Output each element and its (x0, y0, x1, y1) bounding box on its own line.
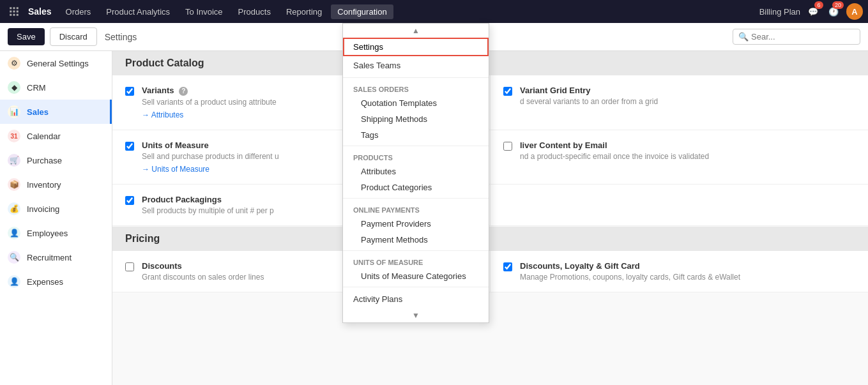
expenses-icon: 👤 (8, 275, 20, 288)
svg-rect-6 (10, 14, 11, 16)
nav-orders[interactable]: Orders (59, 4, 98, 19)
scroll-up-arrow[interactable]: ▲ (343, 24, 489, 38)
apps-icon[interactable] (5, 3, 23, 20)
sidebar-label-recruitment: Recruitment (27, 253, 72, 262)
sidebar-item-employees[interactable]: 👤 Employees (0, 221, 112, 245)
dropdown-divider-4 (343, 250, 489, 251)
uom-checkbox[interactable] (125, 142, 134, 151)
sidebar: ⚙ General Settings ◆ CRM 📊 Sales 31 Cale… (0, 51, 112, 385)
sidebar-item-invoicing[interactable]: 💰 Invoicing (0, 197, 112, 221)
variant-grid-checkbox[interactable] (503, 87, 512, 96)
dropdown-sales-teams[interactable]: Sales Teams (343, 56, 489, 75)
variant-grid-title: Variant Grid Entry (520, 86, 658, 95)
dropdown-settings[interactable]: Settings (343, 38, 489, 56)
svg-rect-2 (17, 7, 19, 9)
sidebar-item-recruitment[interactable]: 🔍 Recruitment (0, 245, 112, 269)
sidebar-item-expenses[interactable]: 👤 Expenses (0, 269, 112, 294)
loyalty-title: Discounts, Loyalty & Gift Card (520, 261, 740, 271)
svg-rect-5 (17, 11, 19, 13)
sidebar-label-crm: CRM (27, 83, 46, 93)
sidebar-label-expenses: Expenses (27, 277, 63, 287)
loyalty-checkbox[interactable] (503, 262, 512, 271)
discounts-checkbox[interactable] (125, 262, 134, 271)
attributes-link[interactable]: → Attributes (142, 110, 277, 119)
setting-variant-grid: Variant Grid Entry d several variants to… (503, 86, 855, 106)
scroll-down-arrow[interactable]: ▼ (343, 308, 489, 322)
nav-product-analytics[interactable]: Product Analytics (100, 4, 176, 19)
calendar-icon: 31 (8, 130, 20, 142)
sidebar-item-inventory[interactable]: 📦 Inventory (0, 172, 112, 197)
packaging-checkbox[interactable] (125, 196, 134, 205)
dropdown-section-online-payments: Online Payments (343, 201, 489, 216)
email-content-desc: nd a product-specific email once the inv… (520, 152, 709, 161)
settings-row-uom: Units of Measure Sell and purchase produ… (112, 130, 868, 185)
settings-row-packaging: Product Packagings Sell products by mult… (112, 185, 868, 226)
chat-badge: 6 (814, 1, 823, 9)
clock-badge: 20 (832, 1, 844, 9)
sidebar-item-sales[interactable]: 📊 Sales (0, 100, 112, 124)
variants-checkbox[interactable] (125, 87, 134, 96)
dropdown-payment-providers[interactable]: Payment Providers (343, 216, 489, 232)
dropdown-uom-categories[interactable]: Units of Measure Categories (343, 268, 489, 284)
setting-loyalty: Discounts, Loyalty & Gift Card Manage Pr… (503, 261, 855, 282)
loyalty-desc: Manage Promotions, coupons, loyalty card… (520, 273, 740, 282)
dropdown-divider-5 (343, 287, 489, 287)
settings-cell-email-content: liver Content by Email nd a product-spec… (491, 130, 868, 184)
settings-row-variants: Variants ? Sell variants of a product us… (112, 75, 868, 130)
search-icon: 🔍 (738, 32, 749, 42)
search-bar[interactable]: 🔍 (733, 29, 860, 45)
dropdown-divider-1 (343, 77, 489, 78)
dropdown-tags[interactable]: Tags (343, 127, 489, 143)
sidebar-item-purchase[interactable]: 🛒 Purchase (0, 148, 112, 172)
sidebar-item-general-settings[interactable]: ⚙ General Settings (0, 51, 112, 75)
save-button[interactable]: Save (8, 28, 45, 45)
uom-link[interactable]: → Units of Measure (142, 165, 279, 174)
email-content-checkbox[interactable] (503, 142, 512, 151)
config-dropdown: ▲ Settings Sales Teams Sales Orders Quot… (342, 23, 489, 323)
dropdown-attributes[interactable]: Attributes (343, 163, 489, 179)
dropdown-payment-methods[interactable]: Payment Methods (343, 232, 489, 248)
dropdown-section-products: Products (343, 149, 489, 163)
sidebar-label-invoicing: Invoicing (27, 204, 59, 214)
purchase-icon: 🛒 (8, 154, 20, 167)
packaging-desc: Sell products by multiple of unit # per … (142, 206, 274, 215)
discounts-desc: Grant discounts on sales order lines (142, 273, 264, 282)
nav-to-invoice[interactable]: To Invoice (179, 4, 229, 19)
variants-help-icon[interactable]: ? (179, 87, 188, 96)
variants-title: Variants ? (142, 86, 277, 96)
uom-title: Units of Measure (142, 140, 279, 150)
search-input[interactable] (751, 32, 853, 42)
discard-button[interactable]: Discard (50, 27, 97, 46)
clock-icon[interactable]: 🕐 20 (826, 4, 841, 19)
nav-reporting[interactable]: Reporting (280, 4, 328, 19)
dropdown-activity-plans[interactable]: Activity Plans (343, 290, 489, 308)
content-area: Product Catalog Variants ? Sell variants… (112, 51, 868, 385)
svg-rect-8 (17, 14, 19, 16)
dropdown-shipping-methods[interactable]: Shipping Methods (343, 111, 489, 127)
invoicing-icon: 💰 (8, 202, 20, 215)
discounts-title: Discounts (142, 261, 264, 271)
pricing-header: Pricing (112, 227, 868, 251)
chat-icon[interactable]: 💬 6 (805, 4, 821, 19)
setting-email-content: liver Content by Email nd a product-spec… (503, 140, 855, 161)
svg-rect-7 (13, 14, 15, 16)
pricing-cell-loyalty: Discounts, Loyalty & Gift Card Manage Pr… (491, 251, 868, 292)
dropdown-quotation-templates[interactable]: Quotation Templates (343, 95, 489, 111)
nav-products[interactable]: Products (232, 4, 277, 19)
sidebar-label-calendar: Calendar (27, 132, 61, 141)
nav-configuration[interactable]: Configuration (331, 4, 393, 19)
email-content-title: liver Content by Email (520, 140, 709, 150)
sidebar-label-purchase: Purchase (27, 156, 62, 165)
page-title: Settings (105, 32, 137, 42)
sidebar-item-calendar[interactable]: 31 Calendar (0, 124, 112, 148)
user-avatar[interactable]: A (846, 3, 863, 20)
dropdown-product-categories[interactable]: Product Categories (343, 179, 489, 195)
general-settings-icon: ⚙ (8, 57, 20, 70)
recruitment-icon: 🔍 (8, 251, 20, 264)
svg-rect-0 (10, 7, 11, 9)
sidebar-label-sales: Sales (27, 107, 49, 117)
sidebar-item-crm[interactable]: ◆ CRM (0, 75, 112, 100)
employees-icon: 👤 (8, 227, 20, 239)
sidebar-label-general-settings: General Settings (27, 59, 89, 68)
crm-icon: ◆ (8, 81, 20, 94)
